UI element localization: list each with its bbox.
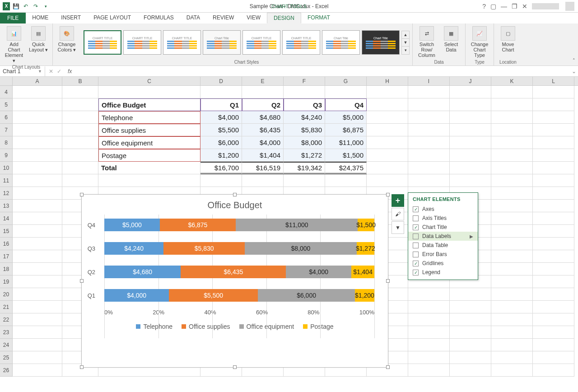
- cell-K10[interactable]: [491, 162, 533, 174]
- data-label[interactable]: $4,000: [286, 266, 351, 278]
- cell-I10[interactable]: [408, 162, 450, 174]
- cell-K5[interactable]: [491, 98, 533, 111]
- cell-H4[interactable]: [367, 86, 408, 98]
- cell-I8[interactable]: [408, 136, 450, 149]
- cell-A5[interactable]: [13, 98, 62, 111]
- resize-handle[interactable]: [386, 365, 390, 369]
- cell-I20[interactable]: [408, 288, 450, 301]
- switch-row-column-button[interactable]: ⇄Switch Row/ Column: [415, 25, 438, 59]
- cell-L5[interactable]: [533, 98, 574, 111]
- worksheet-grid[interactable]: ABCDEFGHIJKL 45Office BudgetQ1Q2Q3Q46Tel…: [0, 77, 578, 392]
- gallery-up-icon[interactable]: ▲: [402, 31, 409, 39]
- col-header-J[interactable]: J: [450, 77, 491, 85]
- bar-row-Q1[interactable]: Q1$4,000$5,500$6,000$1,200: [104, 284, 374, 307]
- cancel-icon[interactable]: ✕: [49, 68, 53, 75]
- chevron-down-icon[interactable]: ▼: [38, 69, 42, 74]
- cell-J8[interactable]: [450, 136, 491, 149]
- cell-C6[interactable]: Telephone: [98, 111, 200, 124]
- chart-title[interactable]: Office Budget: [82, 195, 388, 213]
- resize-handle[interactable]: [233, 193, 237, 196]
- cell-K23[interactable]: [491, 326, 533, 339]
- cell-J6[interactable]: [450, 111, 491, 124]
- cell-A8[interactable]: [13, 136, 62, 149]
- checkbox[interactable]: ✓: [413, 206, 419, 212]
- cell-K14[interactable]: [491, 212, 533, 225]
- user-avatar-icon[interactable]: [565, 2, 574, 11]
- cell-F11[interactable]: [284, 174, 325, 187]
- data-label[interactable]: $1,200: [355, 289, 374, 302]
- cell-K24[interactable]: [491, 339, 533, 351]
- cell-J5[interactable]: [450, 98, 491, 111]
- data-label[interactable]: $4,000: [104, 289, 169, 302]
- row-header-8[interactable]: 8: [0, 136, 13, 149]
- cell-L13[interactable]: [533, 200, 574, 212]
- row-header-23[interactable]: 23: [0, 326, 13, 339]
- enter-icon[interactable]: ✓: [57, 68, 61, 75]
- row-header-13[interactable]: 13: [0, 200, 13, 212]
- cell-I5[interactable]: [408, 98, 450, 111]
- cell-I25[interactable]: [408, 351, 450, 364]
- cell-F9[interactable]: $1,272: [284, 149, 325, 162]
- cell-L19[interactable]: [533, 275, 574, 288]
- cell-E8[interactable]: $4,000: [242, 136, 284, 149]
- col-header-L[interactable]: L: [533, 77, 574, 85]
- chart-element-data-labels[interactable]: Data Labels▶: [408, 232, 478, 241]
- data-label[interactable]: $1,500: [358, 219, 374, 231]
- row-header-12[interactable]: 12: [0, 187, 13, 200]
- row-header-6[interactable]: 6: [0, 111, 13, 124]
- data-label[interactable]: $6,875: [160, 219, 236, 231]
- cell-L21[interactable]: [533, 301, 574, 313]
- cell-K26[interactable]: [491, 364, 533, 377]
- bar-row-Q4[interactable]: Q4$5,000$6,875$11,000$1,500: [104, 213, 374, 237]
- cell-A4[interactable]: [13, 86, 62, 98]
- cell-D5[interactable]: Q1: [200, 98, 242, 111]
- cell-D11[interactable]: [200, 174, 242, 187]
- tab-design[interactable]: DESIGN: [267, 13, 301, 23]
- cell-F7[interactable]: $5,830: [284, 124, 325, 136]
- row-header-20[interactable]: 20: [0, 288, 13, 301]
- chart-element-axis-titles[interactable]: Axis Titles: [408, 214, 478, 223]
- cell-E11[interactable]: [242, 174, 284, 187]
- cell-C7[interactable]: Office supplies: [98, 124, 200, 136]
- data-label[interactable]: $4,240: [104, 242, 163, 255]
- cell-J10[interactable]: [450, 162, 491, 174]
- cell-C4[interactable]: [98, 86, 200, 98]
- cell-L26[interactable]: [533, 364, 574, 377]
- select-all-corner[interactable]: [0, 77, 13, 85]
- cell-L6[interactable]: [533, 111, 574, 124]
- chart-style-5[interactable]: CHART TITLE: [242, 30, 280, 55]
- expand-formula-bar-icon[interactable]: ⌄: [570, 68, 578, 75]
- cell-A20[interactable]: [13, 288, 62, 301]
- data-label[interactable]: $6,435: [181, 266, 286, 278]
- chart-element-error-bars[interactable]: Error Bars: [408, 250, 478, 259]
- gallery-down-icon[interactable]: ▼: [402, 39, 409, 47]
- row-header-19[interactable]: 19: [0, 275, 13, 288]
- row-header-5[interactable]: 5: [0, 98, 13, 111]
- cell-K15[interactable]: [491, 225, 533, 238]
- cell-G10[interactable]: $24,375: [325, 162, 367, 174]
- plot-area[interactable]: Q4$5,000$6,875$11,000$1,500Q3$4,240$5,83…: [82, 213, 388, 307]
- col-header-B[interactable]: B: [62, 77, 98, 85]
- cell-A15[interactable]: [13, 225, 62, 238]
- chart-elements-button[interactable]: +: [392, 194, 404, 207]
- cell-L11[interactable]: [533, 174, 574, 187]
- col-header-G[interactable]: G: [325, 77, 367, 85]
- cell-L17[interactable]: [533, 250, 574, 263]
- col-header-F[interactable]: F: [284, 77, 325, 85]
- cell-I4[interactable]: [408, 86, 450, 98]
- cell-A14[interactable]: [13, 212, 62, 225]
- cell-G8[interactable]: $11,000: [325, 136, 367, 149]
- row-header-21[interactable]: 21: [0, 301, 13, 313]
- chart-element-gridlines[interactable]: ✓Gridlines: [408, 259, 478, 268]
- checkbox[interactable]: [413, 233, 419, 239]
- cell-H5[interactable]: [367, 98, 408, 111]
- cell-I9[interactable]: [408, 149, 450, 162]
- resize-handle[interactable]: [80, 365, 84, 369]
- col-header-C[interactable]: C: [98, 77, 200, 85]
- data-label[interactable]: $5,000: [104, 219, 160, 231]
- cell-K8[interactable]: [491, 136, 533, 149]
- cell-J11[interactable]: [450, 174, 491, 187]
- cell-D6[interactable]: $4,000: [200, 111, 242, 124]
- cell-D7[interactable]: $5,500: [200, 124, 242, 136]
- cell-C8[interactable]: Office equipment: [98, 136, 200, 149]
